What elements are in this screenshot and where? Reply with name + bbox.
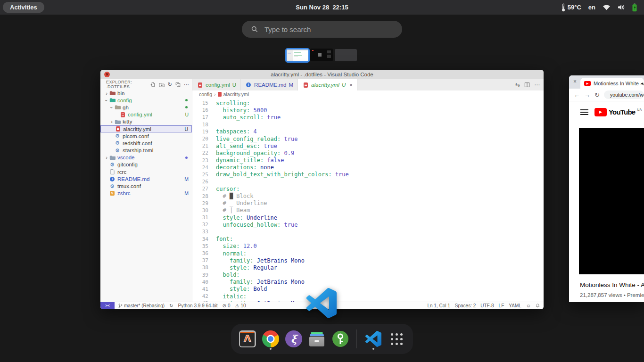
code-line-31[interactable]: 31 style: Underline [192, 214, 544, 221]
active-browser-tab[interactable]: ▶ Motionless In White - A ◂ [580, 78, 644, 89]
code-line-21[interactable]: 21alt_send_esc: true [192, 142, 544, 149]
code-line-39[interactable]: 39 bold: [192, 272, 544, 279]
dock-item-emacs[interactable]: ξ [285, 328, 303, 350]
code-line-30[interactable]: 30 # | Beam [192, 207, 544, 214]
code-line-28[interactable]: 28 # █ Block [192, 192, 544, 199]
code-line-34[interactable]: 34font: [192, 236, 544, 243]
statusbar-item-utf-8[interactable]: UTF-8 [480, 303, 494, 308]
code-line-41[interactable]: 41 style: Bold [192, 286, 544, 293]
code-line-22[interactable]: 22background_opacity: 0.9 [192, 149, 544, 156]
code-line-18[interactable]: 18 [192, 121, 544, 128]
tree-item-picom-conf[interactable]: ⚙picom.conf [100, 132, 192, 140]
code-line-32[interactable]: 32 unfocused_hollow: true [192, 221, 544, 228]
code-line-16[interactable]: 16 history: 5000 [192, 107, 544, 114]
code-line-40[interactable]: 40 family: JetBrains Mono [192, 279, 544, 286]
vscode-titlebar[interactable]: ✕ alacritty.yml - .dotfiles - Visual Stu… [100, 70, 544, 79]
new-file-icon[interactable] [150, 82, 156, 87]
code-line-23[interactable]: 23dynamic_title: false [192, 157, 544, 164]
more-actions-icon[interactable]: ⋯ [184, 82, 189, 87]
editor-tab-alacritty-yml[interactable]: alacritty.ymlU× [298, 79, 357, 90]
workspace-thumbnail-youtube[interactable] [310, 49, 333, 61]
adjacent-tab-close-icon[interactable]: × [573, 78, 577, 85]
more-editor-actions-icon[interactable]: ⋯ [534, 82, 540, 88]
statusbar-item-python-3-9-9-64-bit[interactable]: Python 3.9.9 64-bit [178, 303, 218, 308]
editor-tab-config-yml[interactable]: config.ymlU [192, 79, 241, 90]
back-icon[interactable]: ← [574, 92, 580, 98]
clock[interactable]: Sun Nov 28 22:15 [0, 0, 644, 15]
statusbar-item-10[interactable]: ⚠10 [235, 303, 246, 308]
code-line-24[interactable]: 24decorations: none [192, 164, 544, 171]
tree-item-alacritty-yml[interactable]: alacritty.ymlU [100, 125, 192, 132]
statusbar-item-ln-1-col-1[interactable]: Ln 1, Col 1 [427, 303, 450, 308]
reload-icon[interactable]: ↻ [594, 92, 600, 98]
overview-search-bar[interactable] [242, 21, 402, 38]
code-line-33[interactable]: 33 [192, 228, 544, 235]
search-input[interactable] [264, 25, 379, 34]
window-close-button[interactable]: ✕ [104, 72, 110, 77]
open-changes-icon[interactable]: ⇆ [515, 82, 520, 88]
statusbar-item-spaces-2[interactable]: Spaces: 2 [455, 303, 476, 308]
forward-icon[interactable]: → [584, 92, 590, 98]
dock-item-vscode[interactable] [364, 328, 382, 350]
statusbar-item[interactable] [536, 303, 540, 308]
dock-item-files[interactable] [308, 328, 326, 350]
tree-item-readme-md[interactable]: iREADME.mdM [100, 175, 192, 182]
statusbar-item-lf[interactable]: LF [499, 303, 504, 308]
workspace-thumbnail-new[interactable] [335, 49, 357, 61]
dock-item-apps-grid[interactable] [388, 328, 405, 350]
code-line-38[interactable]: 38 style: Regular [192, 264, 544, 271]
statusbar-item-master-rebasing-[interactable]: master* (Rebasing) [118, 303, 165, 309]
code-line-20[interactable]: 20live_config_reload: true [192, 135, 544, 142]
video-player[interactable] [579, 128, 644, 274]
code-line-42[interactable]: 42 italic: [192, 293, 544, 300]
tree-item-starship-toml[interactable]: ⚙starship.toml [100, 147, 192, 154]
code-line-37[interactable]: 37 family: JetBrains Mono [192, 257, 544, 264]
code-line-15[interactable]: 15scrolling: [192, 99, 544, 107]
tree-item-bin[interactable]: ›bin [100, 90, 192, 97]
collapse-all-icon[interactable] [175, 82, 181, 87]
tree-item-tmux-conf[interactable]: ⚙tmux.conf [100, 182, 192, 189]
breadcrumb-file[interactable]: alacritty.yml [223, 91, 249, 97]
breadcrumb[interactable]: config › alacritty.yml [192, 90, 544, 98]
editor-tab-readme-md[interactable]: iREADME.mdM [241, 79, 298, 90]
vscode-window[interactable]: ✕ alacritty.yml - .dotfiles - Visual Stu… [100, 70, 544, 309]
dock-item-alacritty[interactable]: Λ [239, 328, 256, 350]
code-line-29[interactable]: 29 # _ Underline [192, 200, 544, 207]
remote-indicator[interactable]: >< [100, 302, 115, 309]
code-line-25[interactable]: 25draw_bold_text_with_bright_colors: tru… [192, 171, 544, 178]
dock-item-passwords[interactable] [331, 328, 349, 350]
code-line-17[interactable]: 17 auto_scroll: true [192, 114, 544, 121]
tree-item-zshrc[interactable]: $zshrcM [100, 190, 192, 197]
address-bar[interactable]: youtube.com/wa [604, 90, 644, 99]
tree-item-vscode[interactable]: ›vscode [100, 154, 192, 161]
youtube-logo[interactable]: ▶ YouTube UA [594, 108, 642, 116]
system-status-area[interactable]: 59°C en [561, 0, 637, 15]
statusbar-item[interactable]: ☺ [526, 304, 531, 308]
statusbar-item-0[interactable]: ⊘0 [223, 303, 231, 308]
tree-item-redshift-conf[interactable]: ⚙redshift.conf [100, 140, 192, 147]
code-editor[interactable]: 15scrolling:16 history: 500017 auto_scro… [192, 98, 544, 302]
code-line-19[interactable]: 19tabspaces: 4 [192, 128, 544, 135]
statusbar-item[interactable]: ↻ [169, 304, 173, 308]
breadcrumb-folder[interactable]: config [199, 91, 212, 97]
code-line-35[interactable]: 35 size: 12.0 [192, 243, 544, 250]
statusbar-item-yaml[interactable]: YAML [509, 303, 521, 308]
chrome-window[interactable]: × ▶ Motionless In White - A ◂ ← → ↻ yout… [569, 75, 644, 302]
tree-item-gh[interactable]: ›gh [100, 104, 192, 111]
tab-close-icon[interactable]: × [349, 82, 352, 88]
code-line-36[interactable]: 36 normal: [192, 250, 544, 257]
tree-item-config[interactable]: ›config [100, 97, 192, 104]
tree-item-rcrc[interactable]: rcrc [100, 168, 192, 175]
refresh-icon[interactable]: ↻ [168, 82, 172, 87]
dock-item-chrome[interactable] [262, 328, 279, 350]
code-line-26[interactable]: 26 [192, 178, 544, 185]
workspace-thumbnail-vscode[interactable] [285, 48, 310, 63]
keyboard-layout-indicator[interactable]: en [588, 4, 595, 11]
new-folder-icon[interactable] [159, 82, 165, 87]
tree-item-gitconfig[interactable]: ⚙gitconfig [100, 161, 192, 168]
hamburger-menu-icon[interactable] [580, 109, 588, 115]
tree-item-config-yml[interactable]: config.ymlU [100, 111, 192, 118]
tree-item-kitty[interactable]: ›kitty [100, 118, 192, 125]
code-line-27[interactable]: 27cursor: [192, 185, 544, 192]
split-editor-icon[interactable] [524, 82, 530, 88]
